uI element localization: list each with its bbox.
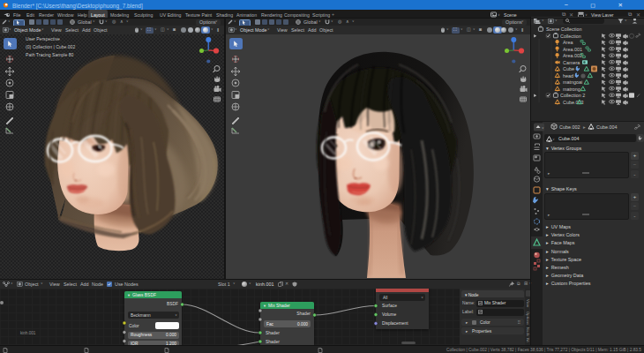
svg-text:▸: ▸ [583,124,586,130]
svg-text:Camera: Camera [563,60,580,65]
svg-text:head: head [563,73,573,79]
svg-text:∨: ∨ [552,137,555,141]
svg-text:Cube: Cube [563,66,574,71]
svg-text:Area: Area [563,40,573,45]
svg-text:∨: ∨ [542,126,544,130]
svg-text:Area.001: Area.001 [563,47,582,52]
svg-text:matngoai: matngoai [563,79,582,85]
svg-text:Cube.004: Cube.004 [596,124,617,130]
svg-text:Area.002: Area.002 [563,53,582,58]
svg-text:Scene Collection: Scene Collection [546,26,581,32]
svg-text:matrong: matrong [563,86,580,92]
svg-text:Collection: Collection [560,34,581,39]
svg-text:Collection 2: Collection 2 [560,93,585,98]
svg-text:Cube.002: Cube.002 [559,124,580,130]
